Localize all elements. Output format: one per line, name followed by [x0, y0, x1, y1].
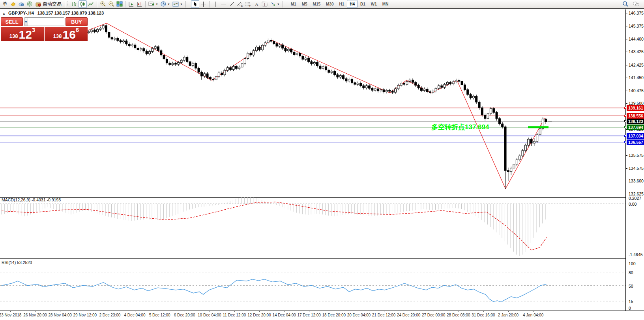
signals-icon[interactable]: [17, 0, 26, 8]
dropdown-caret-icon: ▼: [180, 3, 183, 6]
rsi-scale-label: 50: [629, 284, 633, 288]
price-scale[interactable]: 146.375145.375144.400143.425142.425141.4…: [625, 9, 644, 311]
time-tick-label: 20 Dec 04:00: [347, 313, 371, 317]
macd-canvas[interactable]: [0, 197, 625, 259]
toolbar-separator: [65, 1, 65, 7]
new-order-button[interactable]: 单: [1, 0, 9, 8]
timeframe-h4-button[interactable]: H4: [347, 0, 358, 8]
svg-text:F: F: [249, 5, 251, 7]
buy-price-box[interactable]: 138 16 6: [45, 27, 88, 41]
ohlc-values: 138.157 138.157 138.079 138.123: [37, 11, 104, 15]
timeframe-m15-button[interactable]: M15: [310, 0, 323, 8]
autotrading-icon: [36, 1, 41, 7]
time-tick: [334, 311, 334, 312]
arrows-button[interactable]: ▼: [269, 0, 281, 8]
sell-button[interactable]: SELL: [1, 17, 23, 26]
timeframe-d1-button[interactable]: D1: [358, 0, 368, 8]
time-tick-label: 23 Nov 2018: [0, 313, 21, 317]
chart-header: ▲ GBPJPY-,H4 138.157 138.157 138.079 138…: [2, 11, 104, 15]
time-tick-label: 2 Dec 23:00: [99, 313, 120, 317]
time-tick: [434, 311, 434, 312]
turning-point-annotation: 多空转折点137.694: [431, 123, 489, 132]
dropdown-caret-icon: ▼: [167, 3, 170, 6]
line-anchor-square: [624, 141, 626, 143]
cursor-button[interactable]: [191, 0, 199, 8]
sell-price-big: 12: [19, 29, 32, 40]
price-tick-label: 140.475: [629, 88, 644, 93]
macd-main-value: -0.4031: [32, 197, 46, 202]
line-anchor-square: [624, 107, 626, 109]
volume-decrease-button[interactable]: [24, 18, 28, 26]
macd-label: MACD(12,26,9) -0.4031 -0.9193: [2, 197, 61, 202]
search-icon[interactable]: [621, 0, 629, 8]
symbol-collapse-icon[interactable]: ▲: [2, 12, 6, 15]
chat-icon[interactable]: [632, 0, 640, 8]
radar-icon[interactable]: [26, 0, 34, 8]
buy-button[interactable]: BUY: [66, 17, 88, 26]
time-tick: [409, 311, 409, 312]
time-axis[interactable]: 23 Nov 201826 Nov 20:0028 Nov 04:0029 No…: [0, 311, 644, 320]
candlestick-chart-button[interactable]: [79, 0, 87, 8]
horizontal-line-button[interactable]: [219, 0, 228, 8]
toolbar-separator: [185, 1, 186, 7]
auto-scroll-button[interactable]: [127, 0, 135, 8]
svg-text:T: T: [264, 2, 266, 6]
timeframe-h1-button[interactable]: H1: [336, 0, 347, 8]
timeframe-w1-button[interactable]: W1: [368, 0, 380, 8]
zoom-in-button[interactable]: [99, 0, 107, 8]
new-order-icon[interactable]: [9, 0, 17, 8]
sell-price-box[interactable]: 138 12 3: [1, 27, 44, 41]
time-tick-label: 26 Nov 20:00: [23, 313, 47, 317]
rsi-canvas[interactable]: [0, 260, 625, 311]
text-button[interactable]: A: [253, 0, 261, 8]
timeframe-m5-button[interactable]: M5: [299, 0, 310, 8]
time-tick: [60, 311, 60, 312]
timeframe-m1-button[interactable]: M1: [288, 0, 299, 8]
main-chart-canvas[interactable]: [0, 9, 625, 196]
volume-input[interactable]: [28, 18, 64, 26]
text-label-button[interactable]: T: [261, 0, 269, 8]
timeframe-m30-button[interactable]: M30: [323, 0, 336, 8]
one-click-trading-panel: SELL BUY 138 12 3 138 16 6: [1, 17, 88, 41]
new-chart-button[interactable]: ▼: [147, 0, 159, 8]
price-tick-label: 145.375: [629, 24, 644, 28]
symbol-period-label: GBPJPY-,H4: [8, 11, 34, 15]
trendline-button[interactable]: [228, 0, 236, 8]
zoom-out-button[interactable]: [107, 0, 115, 8]
timeframe-mn-button[interactable]: MN: [380, 0, 391, 8]
time-tick: [309, 311, 309, 312]
svg-text:A: A: [255, 2, 258, 7]
price-level-label: 138.556: [627, 113, 644, 119]
toolbar-separator: [125, 1, 125, 7]
fibonacci-button[interactable]: F: [244, 0, 253, 8]
time-tick-label: 18 Dec 20:00: [322, 313, 346, 317]
templates-button[interactable]: ▼: [171, 0, 184, 8]
chart-shift-button[interactable]: [135, 0, 144, 8]
line-anchor-square: [624, 115, 626, 117]
line-chart-button[interactable]: [87, 0, 95, 8]
toolbar-grip: [188, 1, 190, 7]
crosshair-button[interactable]: [199, 0, 208, 8]
toolbar-grip: [285, 1, 287, 7]
price-tick: [626, 181, 627, 181]
periods-button[interactable]: ▼: [159, 0, 171, 8]
time-tick: [508, 311, 509, 312]
sell-price-small: 138: [9, 32, 18, 40]
vertical-line-button[interactable]: [211, 0, 219, 8]
buy-price-sup: 6: [76, 28, 79, 32]
bar-chart-button[interactable]: [70, 0, 79, 8]
price-level-label: 137.694: [627, 125, 644, 130]
macd-name: MACD(12,26,9): [2, 197, 30, 202]
rsi-scale-label: 15: [629, 299, 633, 304]
autotrading-button[interactable]: 自动交易: [34, 0, 63, 8]
time-tick: [234, 311, 235, 312]
equidistant-channel-button[interactable]: E: [236, 0, 244, 8]
buy-price-small: 138: [53, 32, 62, 40]
time-tick: [359, 311, 359, 312]
toolbar-separator: [145, 1, 146, 7]
time-tick-label: 14 Dec 04:00: [272, 313, 296, 317]
price-tick: [626, 91, 627, 91]
tile-windows-button[interactable]: [115, 0, 124, 8]
time-tick: [10, 311, 11, 312]
time-tick-label: 4 Dec 04:00: [124, 313, 146, 317]
